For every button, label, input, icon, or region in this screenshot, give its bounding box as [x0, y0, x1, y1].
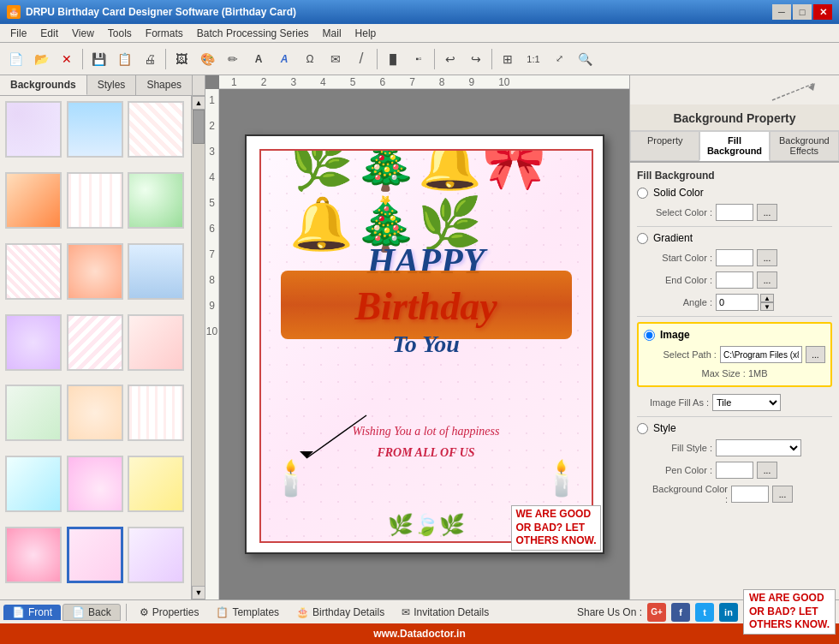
- canvas-content[interactable]: 🌿🎄🔔🎀🔔🎄🌿 HAPPY Birthday To You 🕯️ 🕯️: [219, 89, 629, 599]
- tab-shapes[interactable]: Shapes: [136, 75, 193, 95]
- color-picker-bg[interactable]: [731, 486, 769, 503]
- save-button[interactable]: 💾: [86, 47, 110, 71]
- brush-button[interactable]: 🎨: [195, 47, 219, 71]
- fill-style-select[interactable]: [716, 439, 801, 456]
- text-button[interactable]: A: [247, 47, 271, 71]
- symbol-button[interactable]: Ω: [298, 47, 322, 71]
- open-button[interactable]: 📂: [29, 47, 53, 71]
- scroll-thumb[interactable]: [193, 110, 205, 144]
- image-radio[interactable]: [644, 330, 655, 341]
- menu-mail[interactable]: Mail: [316, 26, 348, 41]
- gradient-radio[interactable]: [637, 233, 648, 244]
- solid-color-radio[interactable]: [637, 188, 648, 199]
- tab-front[interactable]: 📄 Front: [3, 605, 61, 620]
- new-button[interactable]: 📄: [3, 47, 27, 71]
- tab-back[interactable]: 📄 Back: [62, 604, 121, 621]
- bg-thumb-18[interactable]: [128, 456, 184, 512]
- bg-thumb-20[interactable]: [67, 527, 123, 583]
- menu-view[interactable]: View: [65, 26, 101, 41]
- image-button[interactable]: 🖼: [170, 47, 193, 71]
- menu-tools[interactable]: Tools: [101, 26, 139, 41]
- bg-thumb-12[interactable]: [128, 314, 184, 371]
- tab-fill-background[interactable]: Fill Background: [699, 131, 769, 161]
- angle-up-button[interactable]: ▲: [760, 294, 774, 302]
- share-facebook-icon[interactable]: f: [671, 603, 690, 622]
- bg-thumb-21[interactable]: [128, 527, 184, 583]
- invitation-details-btn[interactable]: ✉ Invitation Details: [394, 604, 497, 621]
- close-button[interactable]: ✕: [813, 4, 832, 20]
- bg-thumb-5[interactable]: [67, 172, 123, 229]
- browse-start-color[interactable]: ...: [757, 249, 777, 266]
- bg-thumb-1[interactable]: [5, 101, 62, 158]
- style-radio[interactable]: [637, 423, 648, 434]
- angle-row: Angle : ▲ ▼: [637, 294, 832, 311]
- bg-thumb-16[interactable]: [5, 456, 62, 512]
- zoom-100-button[interactable]: 1:1: [521, 47, 545, 71]
- browse-bg-color[interactable]: ...: [772, 486, 793, 503]
- grid-button[interactable]: ⊞: [496, 47, 520, 71]
- line-button[interactable]: /: [349, 47, 373, 71]
- color-picker-end[interactable]: [716, 271, 753, 289]
- browse-end-color[interactable]: ...: [757, 271, 777, 289]
- pencil-button[interactable]: ✏: [221, 47, 245, 71]
- angle-input[interactable]: [716, 294, 759, 311]
- print-button[interactable]: 🖨: [138, 47, 162, 71]
- menu-help[interactable]: Help: [348, 26, 384, 41]
- bg-thumb-17[interactable]: [67, 456, 123, 512]
- bg-thumb-11[interactable]: [67, 314, 123, 371]
- wordart-button[interactable]: A: [272, 47, 296, 71]
- copy-button[interactable]: 📋: [112, 47, 136, 71]
- canvas-area: 12345678910 12345678910 🌿🎄🔔🎀🔔🎄🌿 HAPPY: [205, 75, 629, 599]
- tab-backgrounds[interactable]: Backgrounds: [0, 75, 87, 95]
- mail-button[interactable]: ✉: [324, 47, 348, 71]
- undo-button[interactable]: ↩: [438, 47, 462, 71]
- scroll-track[interactable]: [192, 110, 205, 586]
- bg-thumb-4[interactable]: [5, 172, 62, 229]
- zoom-fit-button[interactable]: ⤢: [547, 47, 571, 71]
- zoom-in-button[interactable]: 🔍: [573, 47, 597, 71]
- menu-edit[interactable]: Edit: [33, 26, 65, 41]
- bg-thumb-6[interactable]: [128, 172, 184, 229]
- browse-path[interactable]: ...: [806, 346, 825, 363]
- delete-button[interactable]: ✕: [55, 47, 79, 71]
- minimize-button[interactable]: ─: [772, 4, 791, 20]
- barcode-button[interactable]: ▐▌: [381, 47, 405, 71]
- menu-file[interactable]: File: [3, 26, 33, 41]
- start-color-row: Start Color : ...: [637, 249, 832, 266]
- tab-property[interactable]: Property: [630, 131, 699, 161]
- tab-bg-effects[interactable]: Background Effects: [770, 131, 839, 161]
- menu-batch[interactable]: Batch Processing Series: [190, 26, 316, 41]
- redo-button[interactable]: ↪: [464, 47, 488, 71]
- share-google-icon[interactable]: G+: [647, 603, 666, 622]
- scroll-down-arrow[interactable]: ▼: [192, 586, 205, 599]
- path-input[interactable]: [720, 346, 802, 363]
- color-picker-start[interactable]: [716, 249, 753, 266]
- tab-styles[interactable]: Styles: [87, 75, 137, 95]
- share-linkedin-icon[interactable]: in: [719, 603, 738, 622]
- maximize-button[interactable]: □: [793, 4, 812, 20]
- share-twitter-icon[interactable]: t: [695, 603, 714, 622]
- bg-thumb-8[interactable]: [67, 243, 123, 300]
- bg-thumb-9[interactable]: [128, 243, 184, 300]
- properties-btn[interactable]: ⚙ Properties: [132, 604, 207, 621]
- bg-thumb-19[interactable]: [5, 527, 62, 583]
- bg-thumb-3[interactable]: [128, 101, 184, 158]
- angle-down-button[interactable]: ▼: [760, 302, 774, 311]
- browse-solid-color[interactable]: ...: [757, 204, 777, 221]
- bg-thumb-2[interactable]: [67, 101, 123, 158]
- bg-thumb-7[interactable]: [5, 243, 62, 300]
- scroll-up-arrow[interactable]: ▲: [192, 96, 205, 110]
- image-fill-select[interactable]: Tile Stretch Center Fit: [712, 394, 781, 411]
- color-picker-pen[interactable]: [716, 462, 753, 479]
- birthday-details-btn[interactable]: 🎂 Birthday Details: [289, 604, 392, 621]
- right-panel-content: Fill Background Solid Color Select Color…: [630, 163, 839, 599]
- browse-pen-color[interactable]: ...: [757, 462, 777, 479]
- qr-button[interactable]: ▪▫: [407, 47, 431, 71]
- templates-btn[interactable]: 📋 Templates: [208, 604, 287, 621]
- menu-formats[interactable]: Formats: [139, 26, 190, 41]
- color-picker-solid[interactable]: [716, 204, 753, 221]
- bg-thumb-10[interactable]: [5, 314, 62, 371]
- bg-thumb-14[interactable]: [67, 385, 123, 441]
- bg-thumb-15[interactable]: [128, 385, 184, 441]
- bg-thumb-13[interactable]: [5, 385, 62, 441]
